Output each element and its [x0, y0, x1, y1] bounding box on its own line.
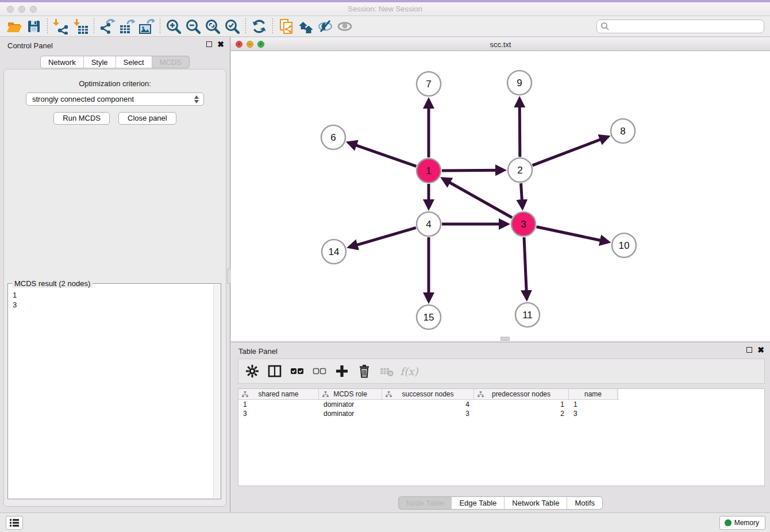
column-header-shared-name[interactable]: shared name — [238, 389, 319, 399]
mcds-result-scrollbar[interactable] — [213, 284, 221, 498]
edge-2-3[interactable] — [521, 183, 522, 205]
deselect-all-columns-icon[interactable] — [310, 362, 329, 380]
svg-text:10: 10 — [619, 240, 630, 251]
node-15[interactable]: 15 — [417, 305, 441, 329]
tab-mcds[interactable]: MCDS — [152, 56, 190, 68]
table-cell[interactable]: 1 — [474, 400, 569, 409]
home-icon[interactable] — [296, 17, 315, 36]
node-1[interactable]: 1 — [417, 159, 441, 183]
node-14[interactable]: 14 — [322, 240, 346, 264]
save-session-icon[interactable] — [24, 17, 44, 36]
column-flow-icon — [322, 391, 329, 399]
search-input[interactable] — [610, 21, 764, 32]
function-builder-icon[interactable]: f(x) — [400, 362, 418, 380]
table-panel: Table Panel ✖ f(x) shared — [231, 342, 770, 512]
tab-network[interactable]: Network — [40, 56, 84, 68]
node-8[interactable]: 8 — [611, 119, 635, 143]
tab-edge-table[interactable]: Edge Table — [452, 496, 505, 510]
float-table-panel-icon[interactable] — [746, 347, 752, 353]
table-cell[interactable]: dominator — [319, 409, 382, 418]
select-all-columns-icon[interactable] — [288, 362, 306, 380]
tab-style[interactable]: Style — [84, 56, 116, 68]
close-panel-icon[interactable]: ✖ — [217, 41, 224, 48]
delete-table-icon[interactable] — [378, 362, 396, 380]
table-row[interactable]: 3dominator323 — [238, 409, 619, 418]
mcds-result-item[interactable]: 1 — [13, 290, 213, 300]
export-network-icon[interactable] — [98, 17, 117, 36]
table-cell[interactable]: 1 — [238, 400, 319, 409]
table-cell[interactable]: 1 — [569, 400, 618, 409]
criterion-value: strongly connected component — [32, 95, 134, 103]
edge-3-1[interactable] — [445, 180, 512, 218]
memory-button[interactable]: Memory — [719, 516, 765, 530]
split-view-icon[interactable] — [265, 362, 284, 380]
column-header-name[interactable]: name — [569, 389, 618, 399]
svg-text:8: 8 — [620, 126, 625, 137]
column-header-successor-nodes[interactable]: successor nodes — [382, 389, 474, 399]
run-mcds-button[interactable]: Run MCDS — [53, 112, 110, 125]
edge-3-10[interactable] — [537, 227, 606, 241]
table-cell[interactable]: 2 — [474, 409, 569, 418]
network-canvas[interactable]: 1234678910111415 — [231, 51, 770, 341]
tab-node-table[interactable]: Node Table — [398, 496, 452, 510]
edge-2-9[interactable] — [519, 102, 520, 157]
canvas-resize-grip[interactable] — [500, 337, 510, 341]
node-4[interactable]: 4 — [417, 212, 441, 236]
tab-network-table[interactable]: Network Table — [505, 496, 567, 510]
node-9[interactable]: 9 — [507, 71, 532, 95]
table-cell[interactable]: 3 — [569, 409, 618, 418]
refresh-layout-icon[interactable] — [249, 17, 269, 36]
main-toolbar — [0, 16, 770, 37]
close-table-panel-icon[interactable]: ✖ — [757, 346, 764, 353]
task-history-button[interactable] — [6, 516, 23, 530]
export-table-icon[interactable] — [117, 17, 137, 36]
column-header-predecessor-nodes[interactable]: predecessor nodes — [474, 389, 569, 399]
hide-icon[interactable] — [315, 17, 335, 36]
mcds-result-item[interactable]: 3 — [13, 300, 213, 310]
network-graph[interactable]: 1234678910111415 — [231, 51, 770, 341]
eye-icon[interactable] — [335, 17, 355, 36]
edge-3-11[interactable] — [524, 237, 527, 296]
node-11[interactable]: 11 — [515, 303, 540, 327]
node-3[interactable]: 3 — [511, 212, 536, 236]
node-2[interactable]: 2 — [508, 158, 532, 182]
import-table-icon[interactable] — [71, 17, 90, 36]
search-box[interactable] — [596, 20, 764, 33]
import-network-icon[interactable] — [51, 17, 71, 36]
tab-motifs[interactable]: Motifs — [567, 496, 603, 510]
node-10[interactable]: 10 — [612, 233, 636, 257]
edge-4-14[interactable] — [352, 228, 416, 246]
node-7[interactable]: 7 — [417, 72, 441, 96]
edge-1-6[interactable] — [351, 144, 416, 167]
network-window-titlebar[interactable]: × − + scc.txt — [231, 38, 770, 51]
float-panel-icon[interactable] — [206, 41, 212, 47]
export-image-icon[interactable] — [137, 17, 156, 36]
svg-text:3: 3 — [521, 219, 526, 230]
table-row[interactable]: 1dominator411 — [238, 400, 619, 409]
zoom-selected-icon[interactable] — [222, 17, 242, 36]
control-panel-header: Control Panel ✖ — [0, 37, 230, 53]
edge-2-8[interactable] — [533, 138, 606, 165]
add-column-icon[interactable] — [333, 362, 351, 380]
memory-status-icon — [725, 519, 732, 526]
table-cell[interactable]: 3 — [238, 409, 319, 418]
zoom-fit-icon[interactable] — [203, 17, 222, 36]
table-cell[interactable]: 4 — [382, 400, 474, 409]
table-toolbar: f(x) — [238, 358, 765, 384]
delete-column-icon[interactable] — [355, 362, 374, 380]
criterion-dropdown[interactable]: strongly connected component — [26, 92, 204, 106]
zoom-in-icon[interactable] — [164, 17, 183, 36]
network-window-title: scc.txt — [231, 40, 770, 49]
table-cell[interactable]: dominator — [319, 400, 382, 409]
table-cell[interactable]: 3 — [382, 409, 474, 418]
zoom-out-icon[interactable] — [183, 17, 203, 36]
tab-select[interactable]: Select — [116, 56, 152, 68]
column-header-MCDS-role[interactable]: MCDS role — [319, 389, 382, 399]
open-session-icon[interactable] — [5, 17, 24, 36]
node-6[interactable]: 6 — [321, 125, 345, 149]
copy-network-icon[interactable] — [276, 17, 296, 36]
list-icon — [9, 517, 20, 529]
close-panel-button[interactable]: Close panel — [118, 112, 176, 125]
settings-icon[interactable] — [243, 362, 261, 380]
edge-1-2[interactable] — [442, 170, 501, 171]
